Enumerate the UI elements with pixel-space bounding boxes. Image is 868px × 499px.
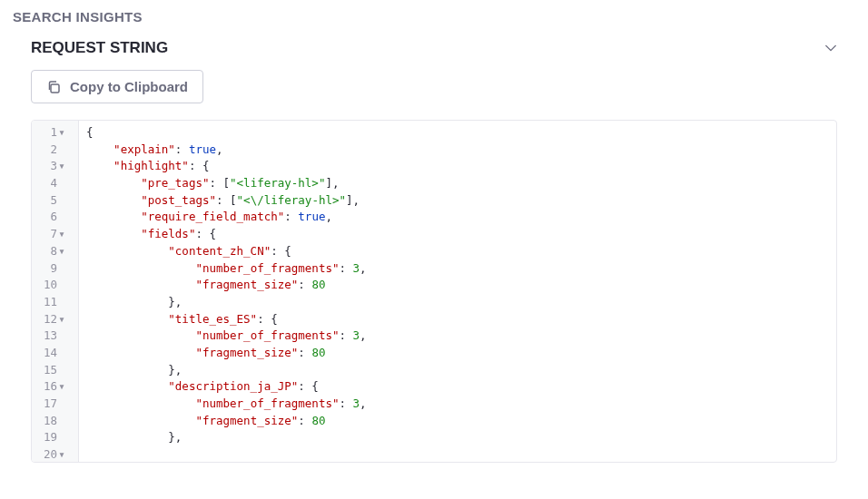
fold-marker[interactable]: ▾: [58, 226, 65, 243]
page-title: SEARCH INSIGHTS: [0, 0, 868, 32]
copy-to-clipboard-button[interactable]: Copy to Clipboard: [31, 70, 203, 103]
code-line: "description_ja_JP": {: [86, 378, 829, 396]
line-number-gutter: 1▾23▾4567▾8▾9101112▾13141516▾17181920▾: [32, 121, 79, 462]
code-line: },: [86, 294, 829, 311]
fold-marker[interactable]: ▾: [58, 446, 65, 462]
code-line: "pre_tags": ["<liferay-hl>"],: [86, 175, 829, 192]
section-title: REQUEST STRING: [31, 39, 168, 57]
line-number: 11: [35, 294, 74, 311]
code-line: "require_field_match": true,: [86, 209, 829, 226]
line-number: 13: [35, 328, 74, 345]
section-header[interactable]: REQUEST STRING: [31, 32, 837, 70]
line-number: 14: [35, 345, 74, 362]
code-line: "title_es_ES": {: [86, 311, 829, 328]
code-line: "content_zh_CN": {: [86, 243, 829, 260]
code-line: [86, 446, 829, 462]
code-line: "highlight": {: [86, 158, 829, 175]
code-editor-scroll[interactable]: 1▾23▾4567▾8▾9101112▾13141516▾17181920▾ {…: [32, 121, 836, 462]
line-number: 18: [35, 413, 74, 430]
fold-marker[interactable]: ▾: [58, 158, 65, 175]
line-number: 10: [35, 277, 74, 294]
svg-rect-0: [51, 84, 59, 93]
copy-icon: [46, 80, 61, 94]
line-number: 7▾: [35, 226, 74, 243]
line-number: 8▾: [35, 243, 74, 260]
line-number: 4: [35, 175, 74, 192]
fold-marker[interactable]: ▾: [58, 311, 65, 328]
fold-marker[interactable]: ▾: [58, 378, 65, 396]
code-line: "number_of_fragments": 3,: [86, 328, 829, 345]
code-line: {: [86, 124, 829, 142]
line-number: 5: [35, 192, 74, 210]
line-number: 12▾: [35, 311, 74, 328]
line-number: 16▾: [35, 378, 74, 396]
line-number: 2: [35, 142, 74, 159]
line-number: 3▾: [35, 158, 74, 175]
code-editor[interactable]: 1▾23▾4567▾8▾9101112▾13141516▾17181920▾ {…: [31, 120, 837, 463]
fold-marker[interactable]: ▾: [58, 243, 65, 260]
line-number: 9: [35, 260, 74, 278]
code-line: },: [86, 429, 829, 446]
line-number: 15: [35, 362, 74, 379]
code-line: },: [86, 362, 829, 379]
line-number: 20▾: [35, 446, 74, 462]
line-number: 19: [35, 429, 74, 446]
code-line: "fragment_size": 80: [86, 413, 829, 430]
fold-marker[interactable]: ▾: [58, 124, 65, 142]
copy-button-label: Copy to Clipboard: [70, 79, 188, 94]
code-content[interactable]: { "explain": true, "highlight": { "pre_t…: [79, 121, 836, 462]
code-line: "fragment_size": 80: [86, 277, 829, 294]
code-line: "fragment_size": 80: [86, 345, 829, 362]
code-line: "post_tags": ["<\/liferay-hl>"],: [86, 192, 829, 210]
line-number: 6: [35, 209, 74, 226]
code-line: "fields": {: [86, 226, 829, 243]
line-number: 1▾: [35, 124, 74, 142]
code-line: "number_of_fragments": 3,: [86, 260, 829, 278]
line-number: 17: [35, 396, 74, 413]
chevron-down-icon: [824, 42, 837, 54]
code-line: "number_of_fragments": 3,: [86, 396, 829, 413]
code-line: "explain": true,: [86, 142, 829, 159]
request-string-section: REQUEST STRING Copy to Clipboard 1▾23▾45…: [0, 32, 868, 463]
